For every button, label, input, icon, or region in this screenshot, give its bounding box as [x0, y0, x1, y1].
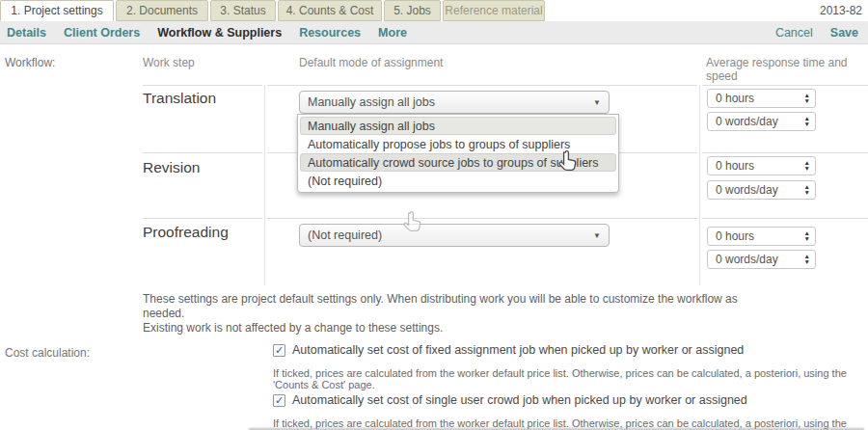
column-header-avg-response: Average response time and speed: [706, 56, 868, 83]
stepper-arrows-icon[interactable]: ▲▼: [804, 93, 810, 104]
subnav-resources[interactable]: Resources: [299, 26, 361, 40]
subnav-client-orders[interactable]: Client Orders: [64, 26, 140, 40]
sub-nav-bar: Details Client Orders Workflow & Supplie…: [0, 21, 868, 44]
tab-project-settings[interactable]: 1. Project settings: [0, 0, 114, 21]
save-button[interactable]: Save: [830, 26, 858, 40]
revision-speed-value: 0 words/day: [716, 183, 804, 197]
fixed-assignment-hint: If ticked, prices are calculated from th…: [273, 367, 868, 390]
subnav-more[interactable]: More: [378, 26, 407, 40]
stepper-arrows-icon[interactable]: ▲▼: [804, 230, 810, 242]
chevron-down-icon: ▼: [593, 98, 601, 107]
tab-documents[interactable]: 2. Documents: [116, 0, 208, 21]
workflow-note-line1: These settings are project default setti…: [143, 292, 779, 321]
stepper-arrows-icon[interactable]: ▲▼: [804, 254, 810, 265]
subnav-workflow-suppliers[interactable]: Workflow & Suppliers: [157, 26, 282, 40]
translation-hours-stepper[interactable]: 0 hours ▲▼: [707, 89, 816, 108]
stepper-arrows-icon[interactable]: ▲▼: [804, 184, 810, 196]
proofreading-mode-select[interactable]: (Not required) ▼: [299, 224, 610, 247]
fixed-assignment-checkbox[interactable]: ✓: [273, 344, 285, 357]
work-step-proofreading: Proofreading: [143, 224, 229, 241]
crowd-job-label: Automatically set cost of single user cr…: [292, 393, 747, 407]
hand-cursor-icon: [556, 149, 579, 173]
proofreading-speed-value: 0 words/day: [716, 253, 804, 266]
subnav-details[interactable]: Details: [7, 26, 46, 40]
cancel-button[interactable]: Cancel: [775, 26, 813, 40]
grid-line: [143, 85, 262, 86]
work-step-revision: Revision: [143, 159, 200, 176]
workflow-notes: These settings are project default setti…: [143, 292, 779, 336]
tab-counts-cost[interactable]: 4. Counts & Cost: [278, 0, 382, 21]
tab-status[interactable]: 3. Status: [210, 0, 276, 21]
grid-line: [267, 85, 697, 86]
translation-hours-value: 0 hours: [716, 92, 804, 105]
proofreading-hours-value: 0 hours: [716, 229, 804, 243]
grid-line: [702, 152, 868, 153]
dropdown-option-manual[interactable]: Manually assign all jobs: [300, 117, 616, 135]
grid-line: [143, 218, 262, 219]
cost-fixed-assignment-row: ✓ Automatically set cost of fixed assign…: [273, 343, 744, 357]
column-separator: [699, 85, 700, 285]
tab-jobs[interactable]: 5. Jobs: [384, 0, 441, 21]
translation-speed-value: 0 words/day: [716, 115, 804, 128]
crowd-job-checkbox[interactable]: ✓: [273, 394, 285, 407]
cost-crowd-job-row: ✓ Automatically set cost of single user …: [273, 393, 747, 407]
tabbar-filler: 2013-82: [547, 0, 868, 21]
project-settings-page: 1. Project settings 2. Documents 3. Stat…: [0, 0, 868, 430]
revision-speed-stepper[interactable]: 0 words/day ▲▼: [707, 180, 816, 200]
main-tab-bar: 1. Project settings 2. Documents 3. Stat…: [0, 0, 868, 21]
workflow-note-line2: Existing work is not affected by a chang…: [143, 321, 779, 336]
proofreading-speed-stepper[interactable]: 0 words/day ▲▼: [707, 250, 816, 269]
fixed-assignment-label: Automatically set cost of fixed assignme…: [292, 343, 744, 357]
grid-line: [702, 218, 868, 219]
column-separator: [264, 85, 265, 285]
work-step-translation: Translation: [143, 90, 216, 107]
translation-mode-select[interactable]: Manually assign all jobs ▼: [299, 91, 610, 114]
stepper-arrows-icon[interactable]: ▲▼: [804, 160, 810, 172]
workflow-section-label: Workflow:: [5, 56, 55, 69]
column-header-work-step: Work step: [143, 56, 195, 69]
column-header-default-mode: Default mode of assignment: [299, 56, 443, 69]
hand-cursor-ghost-icon: [400, 210, 423, 233]
proofreading-mode-value: (Not required): [308, 228, 593, 242]
grid-line: [702, 85, 868, 86]
stepper-arrows-icon[interactable]: ▲▼: [804, 116, 810, 127]
translation-mode-value: Manually assign all jobs: [308, 95, 593, 109]
proofreading-hours-stepper[interactable]: 0 hours ▲▼: [707, 227, 816, 246]
revision-hours-stepper[interactable]: 0 hours ▲▼: [707, 156, 816, 175]
chevron-down-icon: ▼: [593, 231, 601, 240]
revision-hours-value: 0 hours: [716, 159, 804, 173]
tab-reference-material[interactable]: Reference material: [443, 0, 545, 21]
dropdown-option-not-required[interactable]: (Not required): [300, 172, 616, 190]
grid-line: [267, 218, 697, 219]
cost-section-label: Cost calculation:: [5, 346, 90, 360]
translation-speed-stepper[interactable]: 0 words/day ▲▼: [707, 112, 816, 131]
project-id: 2013-82: [820, 0, 868, 17]
grid-line: [143, 152, 262, 153]
